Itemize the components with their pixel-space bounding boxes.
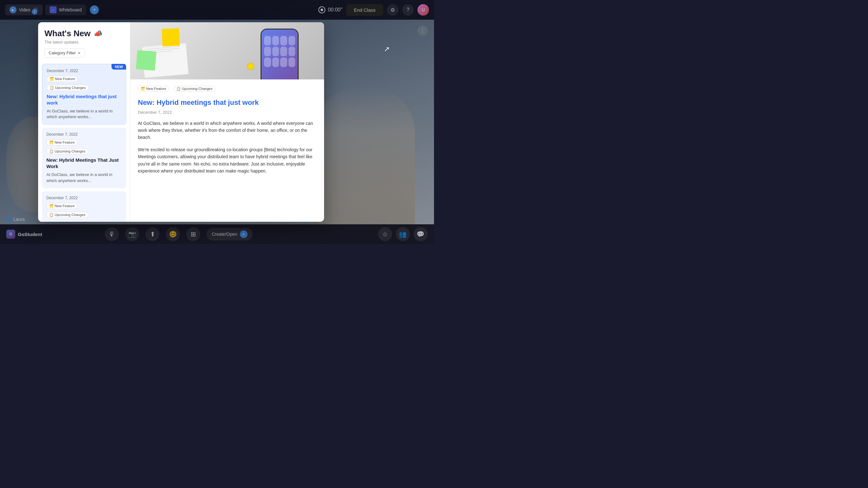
phone-mockup [260,29,299,80]
app-icon-11 [280,58,287,67]
card-1-tags: 🗂️ New Feature 📋 Upcoming Changes [47,75,121,93]
app-icon-2 [272,36,279,45]
category-filter-label: Category Filter [49,51,75,55]
app-icon-12 [288,58,296,67]
card-2-date: December 7, 2022 [46,132,122,136]
card-1-tag-1: 🗂️ New Feature [47,76,78,82]
news-card-3[interactable]: December 7, 2022 🗂️ New Feature 📋 Upcomi… [42,191,126,222]
modal-overlay: What's New 📣 The latest updates Category… [0,0,434,244]
whats-new-modal: What's New 📣 The latest updates Category… [38,22,324,222]
app-icon-1 [264,36,271,45]
detail-tags: 🗂️ New Feature 📋 Upcoming Changes [138,86,316,94]
news-card-1[interactable]: NEW December 7, 2022 🗂️ New Feature 📋 Up… [42,64,126,125]
app-icon-10 [272,58,279,67]
card-1-preview: At GoClass, we believe in a world in whi… [47,108,121,120]
card-1-tag-2: 📋 Upcoming Changes [47,85,89,91]
detail-body: At GoClass, we believe in a world in whi… [138,120,316,175]
news-card-list: NEW December 7, 2022 🗂️ New Feature 📋 Up… [38,61,130,222]
card-3-tags: 🗂️ New Feature 📋 Upcoming Changes [46,203,122,220]
detail-hero-image [130,22,324,80]
right-panel: 🗂️ New Feature 📋 Upcoming Changes New: H… [130,22,324,222]
detail-tag-2: 📋 Upcoming Changes [174,86,215,92]
card-2-title: New: Hybrid Meetings That Just Work [46,157,122,169]
new-badge: NEW [112,64,126,69]
card-3-tag-2: 📋 Upcoming Changes [46,212,88,218]
sticky-note-yellow [162,28,180,47]
card-1-title: New: Hybrid meetings that just work [47,93,121,106]
app-icon-7 [280,47,287,56]
card-2-tags: 🗂️ New Feature 📋 Upcoming Changes [46,139,122,157]
detail-body-1: At GoClass, we believe in a world in whi… [138,120,316,141]
detail-tag-1: 🗂️ New Feature [138,86,169,92]
phone-screen [261,30,298,80]
card-1-date: December 7, 2022 [47,69,121,73]
modal-subtitle: The latest updates [44,40,124,44]
chevron-down-icon [78,52,81,55]
modal-title: What's New 📣 [44,29,124,38]
category-filter-button[interactable]: Category Filter [44,48,85,58]
news-card-2[interactable]: December 7, 2022 🗂️ New Feature 📋 Upcomi… [42,128,126,188]
app-icon-9 [264,58,271,67]
app-icon-5 [264,47,271,56]
app-icon-3 [280,36,287,45]
app-icon-4 [288,36,296,45]
card-3-date: December 7, 2022 [46,196,122,200]
left-panel-header: What's New 📣 The latest updates Category… [38,22,130,61]
card-2-tag-1: 🗂️ New Feature [46,140,78,146]
sticky-note-green [136,50,156,70]
modal-title-text: What's New [44,29,91,38]
yellow-dot-decoration [247,63,254,70]
card-2-preview: At GoClass, we believe in a world in whi… [46,172,122,183]
app-icon-8 [288,47,296,56]
detail-date: December 7, 2022 [138,110,316,115]
app-icon-6 [272,47,279,56]
card-3-tag-1: 🗂️ New Feature [46,203,78,209]
detail-body-2: We're excited to release our groundbreak… [138,146,316,175]
detail-title: New: Hybrid meetings that just work [138,98,316,108]
left-panel: What's New 📣 The latest updates Category… [38,22,130,222]
detail-content: 🗂️ New Feature 📋 Upcoming Changes New: H… [130,80,324,222]
megaphone-icon: 📣 [94,30,102,38]
card-2-tag-2: 📋 Upcoming Changes [46,148,88,154]
